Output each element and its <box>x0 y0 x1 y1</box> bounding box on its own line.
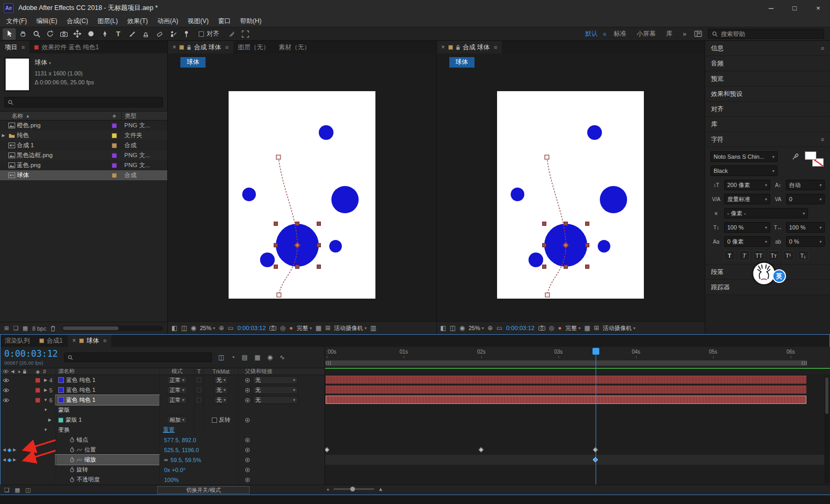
parent-dropdown[interactable]: 无▾ <box>253 396 298 404</box>
menu-file[interactable]: 文件(F) <box>2 16 31 26</box>
zoom-dropdown[interactable]: 25%▾ <box>469 325 484 331</box>
workspace-library[interactable]: 库 <box>661 29 677 38</box>
tab-effect-controls[interactable]: 效果控件 蓝色 纯色1 <box>29 41 103 53</box>
expand-transfer-icon[interactable]: ▦ <box>15 487 20 494</box>
label-color-chip[interactable] <box>112 163 117 168</box>
composition-artboard[interactable] <box>229 91 375 299</box>
toggle-switches-modes-button[interactable]: 切换开关/模式 <box>157 486 250 494</box>
label-column-icon[interactable]: ◈ <box>33 368 43 375</box>
property-value[interactable]: 59.5, 59.5% <box>170 457 201 463</box>
zoom-dropdown[interactable]: 25%▾ <box>200 325 215 331</box>
property-row-opacity[interactable]: 不透明度 100% <box>0 475 325 485</box>
pick-whip-icon[interactable] <box>245 467 250 473</box>
grid-guides-icon[interactable]: ⊕ <box>488 324 493 332</box>
pick-whip-icon[interactable] <box>245 418 250 423</box>
camera-tool[interactable] <box>57 28 70 40</box>
align-checkbox[interactable] <box>199 31 204 37</box>
trkmat-toggle[interactable] <box>197 388 201 392</box>
zoom-slider-handle[interactable] <box>350 487 355 491</box>
grid-guides-icon[interactable]: ⊕ <box>219 324 224 332</box>
eye-icon[interactable] <box>3 398 9 402</box>
brush-tool[interactable] <box>125 28 138 40</box>
panel-menu-icon[interactable]: ≡ <box>103 337 106 344</box>
show-snapshot-icon[interactable]: ◎ <box>280 324 285 332</box>
project-item[interactable]: 蓝色.png PNG 文... <box>0 160 167 170</box>
next-keyframe-icon[interactable]: ▶ <box>13 457 16 462</box>
faux-italic-button[interactable]: T <box>739 250 750 260</box>
work-area-bar[interactable] <box>326 360 807 366</box>
comp-navigator-chip[interactable]: 球体 <box>449 57 475 68</box>
tab-footage-none[interactable]: 素材（无） <box>274 41 315 53</box>
snap-align-toggle[interactable]: 对齐 <box>199 29 219 38</box>
help-search[interactable] <box>708 29 824 39</box>
trkmat-dropdown[interactable]: 无▾ <box>214 376 229 384</box>
expand-icon[interactable]: ▶ <box>43 378 48 382</box>
label-column-icon[interactable]: ◈ <box>107 113 121 118</box>
tsume-select[interactable]: 0 %▾ <box>786 236 825 247</box>
vertical-scrollbar[interactable] <box>824 376 829 484</box>
expand-inout-icon[interactable]: ◫ <box>25 487 30 494</box>
hand-tool[interactable] <box>16 28 29 40</box>
preview-time[interactable]: 0:00:03:12 <box>238 325 266 331</box>
graph-toggle-icon[interactable] <box>77 457 82 462</box>
draft-3d-icon[interactable]: ◔ <box>231 354 235 361</box>
label-color-chip[interactable] <box>35 388 40 393</box>
prev-keyframe-icon[interactable]: ◀ <box>3 457 6 462</box>
tracking-select[interactable]: 0▾ <box>786 194 825 204</box>
comp-navigator-chip[interactable]: 球体 <box>180 57 206 68</box>
horizontal-scrollbar[interactable] <box>62 325 163 331</box>
ime-indicator[interactable]: 英 <box>751 261 777 286</box>
keyframe[interactable] <box>325 447 329 453</box>
rotation-tool[interactable] <box>44 28 57 40</box>
project-item[interactable]: ▶ 纯色 文件夹 <box>0 130 167 140</box>
trkmat-toggle[interactable] <box>197 398 201 402</box>
project-item-selected[interactable]: 球体 合成 <box>0 170 167 180</box>
motion-blur-icon[interactable]: ◉ <box>267 354 273 361</box>
new-folder-icon[interactable]: ❏ <box>13 325 18 332</box>
pan-behind-tool[interactable] <box>71 28 84 40</box>
channel-icon[interactable]: ◉ <box>191 324 196 332</box>
menu-help[interactable]: 帮助(H) <box>235 16 266 26</box>
collapse-icon[interactable]: ▼ <box>43 408 48 412</box>
timeline-search-input[interactable] <box>77 354 209 361</box>
property-value[interactable]: 0x +0.0° <box>164 467 186 473</box>
vertical-scale-select[interactable]: 100 %▾ <box>724 222 770 233</box>
panel-libraries[interactable]: 库 <box>705 117 830 132</box>
mask-row[interactable]: ▶ 蒙版 1 相加▾ 反转 <box>0 415 325 425</box>
timeline-track-area[interactable]: :00s 01s 02s 03s 04s 05s 06s <box>325 347 830 485</box>
menu-view[interactable]: 视图(V) <box>183 16 213 26</box>
pick-whip-icon[interactable] <box>245 477 250 483</box>
workspace-standard[interactable]: 标准 <box>608 29 631 38</box>
eyedropper-icon[interactable] <box>792 154 799 160</box>
project-search[interactable] <box>4 97 163 107</box>
show-channels-icon[interactable]: ● <box>558 324 562 332</box>
always-preview-icon[interactable]: ◧ <box>440 324 446 332</box>
expand-icon[interactable]: ▶ <box>47 418 52 422</box>
font-size-select[interactable]: 200 像素▾ <box>724 180 770 190</box>
panel-preview[interactable]: 预览 <box>705 71 830 86</box>
project-item[interactable]: 合成 1 合成 <box>0 140 167 150</box>
shy-layers-icon[interactable]: ▤ <box>242 354 247 361</box>
next-keyframe-icon[interactable]: ▶ <box>13 447 16 452</box>
expand-icon[interactable]: ▶ <box>43 388 48 392</box>
pick-whip-icon[interactable] <box>245 398 250 403</box>
fill-color-swatch[interactable] <box>805 151 816 160</box>
tab-project[interactable]: 项目≡ <box>0 41 29 53</box>
pick-whip-icon[interactable] <box>245 388 250 393</box>
snapshot-camera-icon[interactable] <box>270 325 276 331</box>
transparency-grid-icon[interactable]: ⊞ <box>594 324 599 332</box>
expand-icon[interactable]: ▶ <box>0 133 7 138</box>
property-value[interactable]: 577.5, 892.0 <box>164 437 196 443</box>
workspace-menu-icon[interactable]: ≡ <box>603 31 606 37</box>
close-icon[interactable]: × <box>441 43 445 51</box>
trkmat-dropdown[interactable]: 无▾ <box>214 396 229 404</box>
tab-render-queue[interactable]: 渲染队列 <box>0 334 35 347</box>
font-family-select[interactable]: Noto Sans S Chin...▾ <box>710 151 778 162</box>
project-item[interactable]: 黑色边框.png PNG 文... <box>0 150 167 160</box>
trkmat-dropdown[interactable]: 无▾ <box>214 386 229 394</box>
zoom-in-icon[interactable]: ▲ <box>378 486 383 492</box>
panel-effects-presets[interactable]: 效果和预设 <box>705 86 830 102</box>
menu-window[interactable]: 窗口 <box>213 16 235 26</box>
show-channels-icon[interactable]: ● <box>289 324 293 332</box>
layer-bar-6-selected[interactable] <box>326 396 806 404</box>
